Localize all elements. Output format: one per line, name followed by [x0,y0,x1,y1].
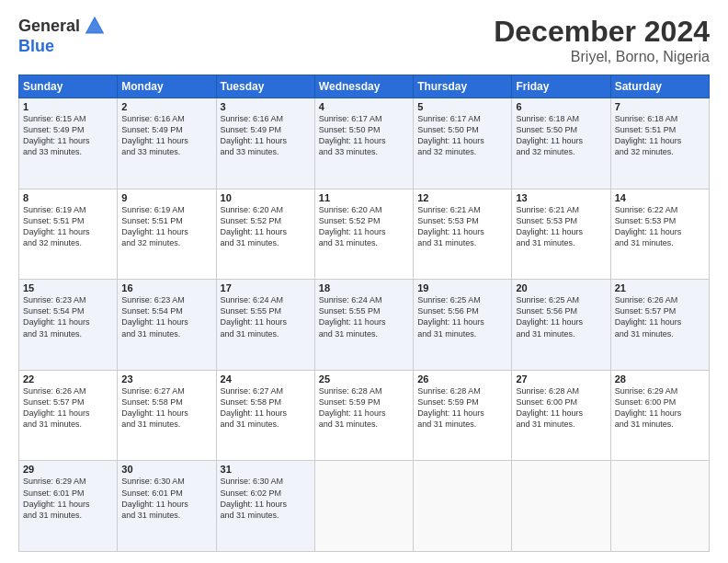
day-info: Sunrise: 6:19 AM Sunset: 5:51 PM Dayligh… [23,204,113,249]
table-row: 5Sunrise: 6:17 AM Sunset: 5:50 PM Daylig… [414,98,512,190]
day-info: Sunrise: 6:15 AM Sunset: 5:49 PM Dayligh… [23,113,113,158]
day-number: 12 [417,192,507,203]
col-sunday: Sunday [19,75,118,98]
table-row: 3Sunrise: 6:16 AM Sunset: 5:49 PM Daylig… [216,98,314,190]
col-tuesday: Tuesday [216,75,314,98]
day-number: 9 [121,192,211,203]
day-info: Sunrise: 6:27 AM Sunset: 5:58 PM Dayligh… [221,385,311,431]
day-number: 5 [417,101,507,112]
table-row: 15Sunrise: 6:23 AM Sunset: 5:54 PM Dayli… [19,280,118,371]
table-row: 6Sunrise: 6:18 AM Sunset: 5:50 PM Daylig… [512,98,610,190]
logo: General Blue [18,15,106,56]
day-info: Sunrise: 6:21 AM Sunset: 5:53 PM Dayligh… [417,204,507,249]
day-info: Sunrise: 6:21 AM Sunset: 5:53 PM Dayligh… [516,204,606,249]
table-row: 20Sunrise: 6:25 AM Sunset: 5:56 PM Dayli… [512,280,610,371]
day-info: Sunrise: 6:19 AM Sunset: 5:51 PM Dayligh… [121,204,211,249]
day-info: Sunrise: 6:22 AM Sunset: 5:53 PM Dayligh… [615,204,705,249]
calendar-week-1: 1Sunrise: 6:15 AM Sunset: 5:49 PM Daylig… [19,98,710,190]
calendar-week-5: 29Sunrise: 6:29 AM Sunset: 6:01 PM Dayli… [19,461,710,552]
day-number: 30 [121,464,211,475]
day-number: 29 [23,464,113,475]
day-info: Sunrise: 6:26 AM Sunset: 5:57 PM Dayligh… [23,385,113,431]
day-info: Sunrise: 6:30 AM Sunset: 6:01 PM Dayligh… [121,476,211,521]
col-monday: Monday [118,75,216,98]
table-row [414,461,512,552]
col-wednesday: Wednesday [314,75,413,98]
day-number: 3 [221,101,311,112]
day-info: Sunrise: 6:28 AM Sunset: 5:59 PM Dayligh… [319,385,409,431]
table-row [610,461,709,552]
day-number: 24 [221,373,311,385]
day-info: Sunrise: 6:20 AM Sunset: 5:52 PM Dayligh… [319,204,409,249]
calendar-week-3: 15Sunrise: 6:23 AM Sunset: 5:54 PM Dayli… [19,280,710,371]
table-row: 16Sunrise: 6:23 AM Sunset: 5:54 PM Dayli… [118,280,216,371]
day-number: 2 [121,101,211,112]
day-number: 8 [23,192,113,203]
day-info: Sunrise: 6:18 AM Sunset: 5:51 PM Dayligh… [615,113,705,158]
day-number: 16 [121,282,211,293]
table-row: 31Sunrise: 6:30 AM Sunset: 6:02 PM Dayli… [216,461,314,552]
day-number: 18 [319,282,409,293]
day-number: 23 [121,373,211,385]
table-row: 18Sunrise: 6:24 AM Sunset: 5:55 PM Dayli… [314,280,413,371]
table-row: 13Sunrise: 6:21 AM Sunset: 5:53 PM Dayli… [512,189,610,280]
day-info: Sunrise: 6:16 AM Sunset: 5:49 PM Dayligh… [221,113,311,158]
col-friday: Friday [512,75,610,98]
day-number: 25 [319,373,409,385]
location: Briyel, Borno, Nigeria [494,49,710,65]
day-info: Sunrise: 6:27 AM Sunset: 5:58 PM Dayligh… [121,385,211,431]
logo-icon [84,15,106,37]
page: General Blue December 2024 Briyel, Borno… [0,0,728,563]
day-info: Sunrise: 6:28 AM Sunset: 6:00 PM Dayligh… [516,385,606,431]
table-row: 14Sunrise: 6:22 AM Sunset: 5:53 PM Dayli… [610,189,709,280]
table-row: 28Sunrise: 6:29 AM Sunset: 6:00 PM Dayli… [610,370,709,461]
day-info: Sunrise: 6:17 AM Sunset: 5:50 PM Dayligh… [417,113,507,158]
day-number: 26 [417,373,507,385]
table-row: 19Sunrise: 6:25 AM Sunset: 5:56 PM Dayli… [414,280,512,371]
table-row: 8Sunrise: 6:19 AM Sunset: 5:51 PM Daylig… [19,189,118,280]
col-saturday: Saturday [610,75,709,98]
day-info: Sunrise: 6:26 AM Sunset: 5:57 PM Dayligh… [615,294,705,339]
day-number: 13 [516,192,606,203]
month-title: December 2024 [494,15,710,49]
logo-general: General [18,17,80,36]
table-row: 21Sunrise: 6:26 AM Sunset: 5:57 PM Dayli… [610,280,709,371]
day-number: 28 [615,373,705,385]
table-row: 12Sunrise: 6:21 AM Sunset: 5:53 PM Dayli… [414,189,512,280]
table-row: 17Sunrise: 6:24 AM Sunset: 5:55 PM Dayli… [216,280,314,371]
day-info: Sunrise: 6:17 AM Sunset: 5:50 PM Dayligh… [319,113,409,158]
day-number: 20 [516,282,606,293]
calendar-header-row: Sunday Monday Tuesday Wednesday Thursday… [19,75,710,98]
day-number: 31 [221,464,311,475]
day-number: 15 [23,282,113,293]
day-info: Sunrise: 6:24 AM Sunset: 5:55 PM Dayligh… [221,294,311,339]
header: General Blue December 2024 Briyel, Borno… [18,15,710,65]
table-row: 29Sunrise: 6:29 AM Sunset: 6:01 PM Dayli… [19,461,118,552]
day-number: 21 [615,282,705,293]
day-number: 11 [319,192,409,203]
day-number: 6 [516,101,606,112]
calendar-week-2: 8Sunrise: 6:19 AM Sunset: 5:51 PM Daylig… [19,189,710,280]
day-number: 19 [417,282,507,293]
day-info: Sunrise: 6:30 AM Sunset: 6:02 PM Dayligh… [221,476,311,521]
day-number: 1 [23,101,113,112]
table-row: 11Sunrise: 6:20 AM Sunset: 5:52 PM Dayli… [314,189,413,280]
day-info: Sunrise: 6:28 AM Sunset: 5:59 PM Dayligh… [417,385,507,431]
day-info: Sunrise: 6:23 AM Sunset: 5:54 PM Dayligh… [23,294,113,339]
table-row: 23Sunrise: 6:27 AM Sunset: 5:58 PM Dayli… [118,370,216,461]
logo-blue: Blue [18,37,54,55]
table-row: 27Sunrise: 6:28 AM Sunset: 6:00 PM Dayli… [512,370,610,461]
day-number: 7 [615,101,705,112]
table-row [512,461,610,552]
day-number: 10 [221,192,311,203]
table-row: 7Sunrise: 6:18 AM Sunset: 5:51 PM Daylig… [610,98,709,190]
table-row: 25Sunrise: 6:28 AM Sunset: 5:59 PM Dayli… [314,370,413,461]
title-block: December 2024 Briyel, Borno, Nigeria [494,15,710,65]
calendar-week-4: 22Sunrise: 6:26 AM Sunset: 5:57 PM Dayli… [19,370,710,461]
svg-marker-1 [86,19,102,32]
calendar-table: Sunday Monday Tuesday Wednesday Thursday… [18,75,710,552]
table-row: 30Sunrise: 6:30 AM Sunset: 6:01 PM Dayli… [118,461,216,552]
table-row [314,461,413,552]
table-row: 26Sunrise: 6:28 AM Sunset: 5:59 PM Dayli… [414,370,512,461]
day-info: Sunrise: 6:29 AM Sunset: 6:01 PM Dayligh… [23,476,113,521]
